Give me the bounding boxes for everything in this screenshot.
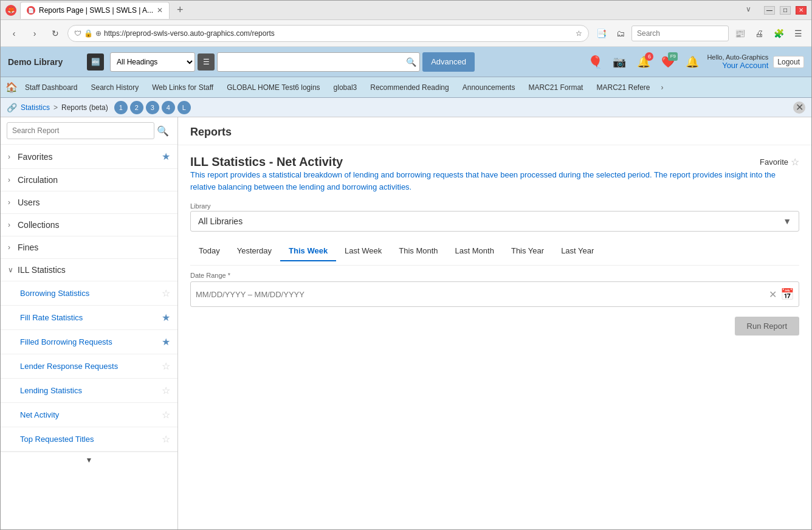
logout-button[interactable]: Logout xyxy=(773,56,804,68)
date-range-clear-button[interactable]: ✕ xyxy=(769,289,777,300)
date-tab-this-year[interactable]: This Year xyxy=(503,241,552,261)
sidebar-item-circulation[interactable]: › Circulation xyxy=(1,169,177,191)
notification-badge: 6 xyxy=(645,52,653,61)
favorites-heart[interactable]: ❤️ F9 xyxy=(658,52,678,72)
permissions-icon: ⊕ xyxy=(95,29,102,38)
main-search-input[interactable] xyxy=(217,52,420,72)
date-tab-yesterday[interactable]: Yesterday xyxy=(229,241,280,261)
sidebar-sub-fill-rate[interactable]: Fill Rate Statistics ★ xyxy=(1,306,177,330)
nav-home-icon[interactable]: 🏠 xyxy=(5,81,18,93)
page-3-button[interactable]: 3 xyxy=(146,101,159,114)
nav-global3[interactable]: global3 xyxy=(328,81,363,94)
sidebar-sub-net-activity[interactable]: Net Activity ☆ xyxy=(1,403,177,427)
container-button[interactable]: 🗂 xyxy=(612,25,629,42)
browser-search-input[interactable] xyxy=(631,26,729,41)
nav-web-links[interactable]: Web Links for Staff xyxy=(146,81,219,94)
advanced-button[interactable]: Advanced xyxy=(422,52,475,72)
sidebar-search-input[interactable] xyxy=(7,122,154,139)
titlebar-controls[interactable]: — □ ✕ xyxy=(764,6,807,15)
fill-rate-star[interactable]: ★ xyxy=(162,312,170,323)
database-icon[interactable]: ☰ xyxy=(198,53,215,71)
nav-search-history[interactable]: Search History xyxy=(85,81,145,94)
user-account-link[interactable]: Your Account xyxy=(722,61,768,70)
back-button[interactable]: ‹ xyxy=(5,25,22,42)
page-4-button[interactable]: 4 xyxy=(162,101,175,114)
sidebar-sub-lending-statistics[interactable]: Lending Statistics ☆ xyxy=(1,379,177,403)
reload-button[interactable]: ↻ xyxy=(47,25,64,42)
favorites-star[interactable]: ★ xyxy=(162,151,170,162)
print-button[interactable]: 🖨 xyxy=(751,25,768,42)
date-tab-last-month[interactable]: Last Month xyxy=(447,241,503,261)
close-button[interactable]: ✕ xyxy=(796,6,807,15)
sidebar-sub-filled-borrowing[interactable]: Filled Borrowing Requests ★ xyxy=(1,330,177,354)
titlebar-chevron: ∨ xyxy=(746,5,751,13)
search-type-icon[interactable]: 🔤 xyxy=(87,53,104,71)
favorite-star-button[interactable]: ☆ xyxy=(791,156,799,168)
lender-response-star[interactable]: ☆ xyxy=(162,360,170,372)
new-tab-button[interactable]: + xyxy=(173,4,187,16)
date-tab-this-week[interactable]: This Week xyxy=(280,241,336,261)
pocket-button[interactable]: 📰 xyxy=(731,25,748,42)
date-tab-last-year[interactable]: Last Year xyxy=(552,241,602,261)
net-activity-star[interactable]: ☆ xyxy=(162,409,170,421)
sidebar-item-users[interactable]: › Users xyxy=(1,191,177,214)
lending-statistics-star[interactable]: ☆ xyxy=(162,385,170,396)
search-icon[interactable]: 🔍 xyxy=(406,57,416,67)
filled-borrowing-star[interactable]: ★ xyxy=(162,336,170,348)
circulation-arrow: › xyxy=(8,176,18,184)
browser-titlebar: 🦊 📄 Reports Page | SWLS | SWLS | A... ✕ … xyxy=(1,1,811,20)
page-l-button[interactable]: L xyxy=(177,101,191,114)
menu-button[interactable]: ☰ xyxy=(790,25,807,42)
sidebar-sub-top-requested[interactable]: Top Requested Titles ☆ xyxy=(1,427,177,452)
sidebar-item-collections[interactable]: › Collections xyxy=(1,214,177,236)
sidebar-item-fines[interactable]: › Fines xyxy=(1,236,177,259)
date-tab-last-week[interactable]: Last Week xyxy=(336,241,390,261)
breadcrumb-close-button[interactable]: ✕ xyxy=(793,102,805,114)
url-bar[interactable]: 🛡 🔒 ⊕ https://preprod-swls-verso.auto-gr… xyxy=(67,25,589,42)
date-tab-this-month[interactable]: This Month xyxy=(390,241,446,261)
fill-rate-label: Fill Rate Statistics xyxy=(20,313,162,322)
sidebar-scroll-down[interactable]: ▼ xyxy=(1,452,177,468)
nav-marc21-format[interactable]: MARC21 Format xyxy=(522,81,589,94)
date-range-input[interactable] xyxy=(196,290,769,299)
page-2-button[interactable]: 2 xyxy=(130,101,143,114)
date-tab-today[interactable]: Today xyxy=(190,241,229,261)
page-1-button[interactable]: 1 xyxy=(114,101,128,114)
breadcrumb-statistics[interactable]: Statistics xyxy=(21,103,50,112)
run-report-button[interactable]: Run Report xyxy=(735,317,799,336)
date-range-input-wrap: ✕ 📅 xyxy=(190,281,799,307)
sidebar-item-favorites[interactable]: › Favorites ★ xyxy=(1,145,177,169)
top-requested-star[interactable]: ☆ xyxy=(162,433,170,445)
bookmark-star[interactable]: ☆ xyxy=(576,29,582,38)
balloon-icon[interactable]: 🎈 xyxy=(585,52,605,72)
borrowing-statistics-star[interactable]: ☆ xyxy=(162,287,170,299)
nav-marc21-refere[interactable]: MARC21 Refere xyxy=(590,81,656,94)
nav-recommended[interactable]: Recommended Reading xyxy=(364,81,455,94)
tab-close-button[interactable]: ✕ xyxy=(157,6,163,15)
date-range-calendar-button[interactable]: 📅 xyxy=(780,287,794,301)
sidebar-item-ill-statistics[interactable]: ∨ ILL Statistics xyxy=(1,259,177,281)
browser-tab[interactable]: 📄 Reports Page | SWLS | SWLS | A... ✕ xyxy=(20,2,170,19)
bookmark-button[interactable]: 📑 xyxy=(593,25,610,42)
nav-announcements[interactable]: Announcements xyxy=(456,81,521,94)
minimize-button[interactable]: — xyxy=(764,6,775,15)
top-requested-label: Top Requested Titles xyxy=(20,435,162,444)
sidebar-sub-lender-response[interactable]: Lender Response Requests ☆ xyxy=(1,354,177,379)
reports-page-title: Reports xyxy=(190,126,232,138)
maximize-button[interactable]: □ xyxy=(780,6,791,15)
report-icon[interactable]: 📷 xyxy=(610,52,629,72)
search-type-select[interactable]: All Headings xyxy=(110,52,195,72)
library-field-label: Library xyxy=(190,202,799,210)
nav-staff-dashboard[interactable]: Staff Dashboard xyxy=(19,81,84,94)
notification-bell[interactable]: 🔔 6 xyxy=(634,52,653,72)
nav-more-button[interactable]: › xyxy=(658,81,667,94)
library-select[interactable]: All Libraries ▼ xyxy=(190,211,799,232)
sidebar-sub-borrowing-statistics[interactable]: Borrowing Statistics ☆ xyxy=(1,281,177,306)
alert-icon[interactable]: 🔔 xyxy=(683,52,702,72)
sidebar-search-button[interactable]: 🔍 xyxy=(154,122,171,139)
forward-button[interactable]: › xyxy=(26,25,43,42)
titlebar-left: 🦊 📄 Reports Page | SWLS | SWLS | A... ✕ … xyxy=(5,2,187,19)
nav-global-home[interactable]: GLOBAL HOME Test6 logins xyxy=(221,81,326,94)
extensions-button[interactable]: 🧩 xyxy=(770,25,787,42)
report-title: ILL Statistics - Net Activity xyxy=(190,155,343,169)
